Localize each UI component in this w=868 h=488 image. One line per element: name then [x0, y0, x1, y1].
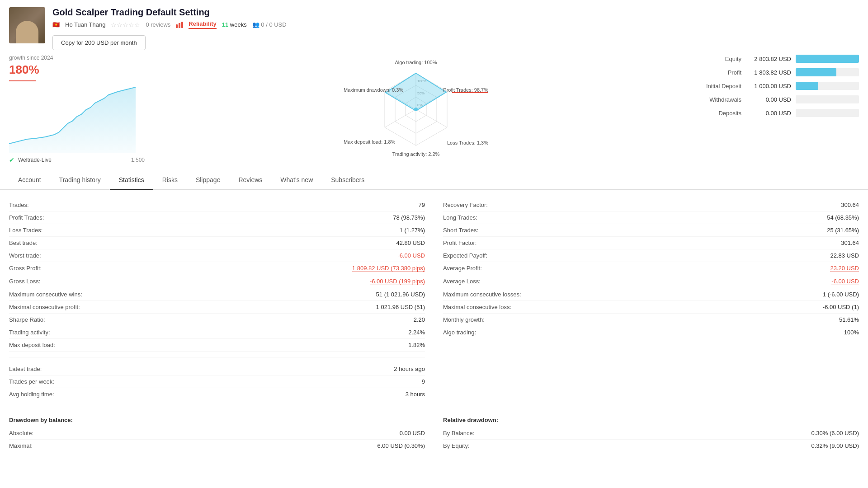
- best-trade-label: Best trade:: [9, 239, 38, 246]
- stat-max-deposit-load: Max deposit load: 1.82%: [9, 339, 425, 352]
- weeks-display: 11 weeks: [222, 21, 247, 28]
- withdrawals-value: 0.00 USD: [746, 96, 791, 103]
- equity-label: Equity: [687, 56, 741, 62]
- long-trades-label: Long Trades:: [443, 214, 477, 221]
- tab-account[interactable]: Account: [9, 171, 50, 190]
- stat-expected-payoff: Expected Payoff: 22.83 USD: [443, 249, 859, 262]
- header-section: Gold Scalper Trading Default Setting 🇻🇳 …: [0, 0, 868, 55]
- initial-label: Initial Deposit: [687, 83, 741, 89]
- profit-label: Profit: [687, 69, 741, 76]
- initial-bar-container: [796, 82, 859, 90]
- author-name: Ho Tuan Thang: [65, 21, 105, 28]
- stat-max-consec-loss: Maximal consecutive loss: -6.00 USD (1): [443, 301, 859, 314]
- stat-by-balance: By Balance: 0.30% (6.00 USD): [443, 427, 859, 440]
- stat-max-consec-losses: Maximum consecutive losses: 1 (-6.00 USD…: [443, 288, 859, 301]
- stat-loss-trades: Loss Trades: 1 (1.27%): [9, 224, 425, 237]
- deposits-label: Deposits: [687, 110, 741, 117]
- weeks-number: 11: [222, 21, 228, 28]
- stat-worst-trade: Worst trade: -6.00 USD: [9, 249, 425, 262]
- leverage: 1:500: [131, 157, 145, 163]
- drawdown-balance-title: Drawdown by balance:: [9, 417, 425, 423]
- verified-icon: ✔: [9, 156, 14, 164]
- stat-gross-loss: Gross Loss: -6.00 USD (199 pips): [9, 275, 425, 288]
- tab-risks[interactable]: Risks: [153, 171, 187, 190]
- best-trade-value: 42.80 USD: [396, 239, 425, 246]
- stat-long-trades: Long Trades: 54 (68.35%): [443, 211, 859, 224]
- withdrawals-bar-container: [796, 95, 859, 103]
- radar-activity-label: Trading activity: 2.2%: [392, 151, 440, 157]
- stat-profit-factor: Profit Factor: 301.64: [443, 237, 859, 249]
- gross-loss-label: Gross Loss:: [9, 278, 40, 285]
- tab-trading-history[interactable]: Trading history: [50, 171, 110, 190]
- stat-short-trades: Short Trades: 25 (31.65%): [443, 224, 859, 237]
- max-consec-losses-label: Maximum consecutive losses:: [443, 291, 521, 298]
- avg-holding-label: Avg holding time:: [9, 391, 54, 398]
- users-display: 👥 0 / 0 USD: [252, 21, 287, 28]
- stats-left-column: Trades: 79 Profit Trades: 78 (98.73%) Lo…: [9, 199, 425, 400]
- stat-trades-per-week: Trades per week: 9: [9, 375, 425, 388]
- by-balance-value: 0.30% (6.00 USD): [811, 430, 859, 436]
- header-info: Gold Scalper Trading Default Setting 🇻🇳 …: [52, 7, 859, 50]
- profit-factor-value: 301.64: [841, 239, 859, 246]
- profit-value: 1 803.82 USD: [746, 69, 791, 76]
- max-consec-wins-label: Maximum consecutive wins:: [9, 291, 82, 298]
- stat-avg-holding: Avg holding time: 3 hours: [9, 388, 425, 400]
- tab-slippage[interactable]: Slippage: [187, 171, 230, 190]
- stat-best-trade: Best trade: 42.80 USD: [9, 237, 425, 249]
- trades-per-week-value: 9: [422, 378, 425, 385]
- stat-profit-trades: Profit Trades: 78 (98.73%): [9, 211, 425, 224]
- by-balance-label: By Balance:: [443, 430, 474, 436]
- profit-factor-label: Profit Factor:: [443, 239, 476, 246]
- profit-trades-value: 78 (98.73%): [393, 214, 425, 221]
- tab-subscribers[interactable]: Subscribers: [322, 171, 373, 190]
- tab-reviews[interactable]: Reviews: [229, 171, 271, 190]
- growth-underline: [9, 80, 36, 81]
- worst-trade-value: -6.00 USD: [397, 252, 425, 259]
- trading-activity-label: Trading activity:: [9, 329, 50, 336]
- equity-stats: Equity 2 803.82 USD Profit 1 803.82 USD …: [687, 55, 859, 164]
- statistics-content: Trades: 79 Profit Trades: 78 (98.73%) Lo…: [0, 190, 868, 409]
- stat-trading-activity: Trading activity: 2.24%: [9, 326, 425, 339]
- gross-profit-label: Gross Profit:: [9, 265, 42, 272]
- radar-algo-label: Algo trading: 100%: [395, 60, 437, 65]
- stat-max-consec-profit: Maximal consecutive profit: 1 021.96 USD…: [9, 301, 425, 314]
- withdrawals-label: Withdrawals: [687, 96, 741, 103]
- stat-monthly-growth: Monthly growth: 51.61%: [443, 314, 859, 326]
- gross-profit-value: 1 809.82 USD (73 380 pips): [352, 265, 425, 272]
- tab-statistics[interactable]: Statistics: [110, 171, 153, 190]
- radar-drawdown-label: Maximum drawdown: 0.3%: [344, 87, 403, 93]
- recovery-factor-value: 300.64: [841, 202, 859, 208]
- monthly-growth-label: Monthly growth:: [443, 316, 485, 323]
- latest-trade-label: Latest trade:: [9, 366, 42, 372]
- tab-whats-new[interactable]: What's new: [271, 171, 322, 190]
- short-trades-value: 25 (31.65%): [827, 227, 859, 234]
- algo-trading-label: Algo trading:: [443, 329, 476, 336]
- avg-loss-label: Average Loss:: [443, 278, 481, 285]
- stat-gross-profit: Gross Profit: 1 809.82 USD (73 380 pips): [9, 262, 425, 275]
- page-title: Gold Scalper Trading Default Setting: [52, 7, 859, 18]
- expected-payoff-label: Expected Payoff:: [443, 252, 487, 259]
- copy-button[interactable]: Copy for 200 USD per month: [52, 35, 146, 50]
- maximal-value: 6.00 USD (0.30%): [377, 442, 425, 449]
- stat-sharpe: Sharpe Ratio: 2.20: [9, 314, 425, 326]
- long-trades-value: 54 (68.35%): [827, 214, 859, 221]
- trading-activity-value: 2.24%: [408, 329, 425, 336]
- monthly-growth-value: 51.61%: [839, 316, 859, 323]
- deposits-bar-container: [796, 109, 859, 117]
- initial-deposit-row: Initial Deposit 1 000.00 USD: [687, 82, 859, 90]
- worst-trade-label: Worst trade:: [9, 252, 41, 259]
- equity-value: 2 803.82 USD: [746, 56, 791, 62]
- growth-section: growth since 2024 180% ✔ Weltrade-Live 1…: [9, 55, 145, 164]
- maximal-label: Maximal:: [9, 442, 33, 449]
- stat-trades: Trades: 79: [9, 199, 425, 211]
- max-consec-loss-value: -6.00 USD (1): [823, 304, 859, 310]
- weeks-label: weeks: [230, 21, 247, 28]
- profit-trades-label: Profit Trades:: [9, 214, 44, 221]
- avg-profit-label: Average Profit:: [443, 265, 482, 272]
- review-count: 0 reviews: [146, 21, 170, 28]
- equity-bar-container: [796, 55, 859, 63]
- flag-icon: 🇻🇳: [52, 21, 60, 28]
- avg-profit-value: 23.20 USD: [830, 265, 859, 272]
- deposits-value: 0.00 USD: [746, 110, 791, 117]
- by-equity-value: 0.32% (9.00 USD): [811, 442, 859, 449]
